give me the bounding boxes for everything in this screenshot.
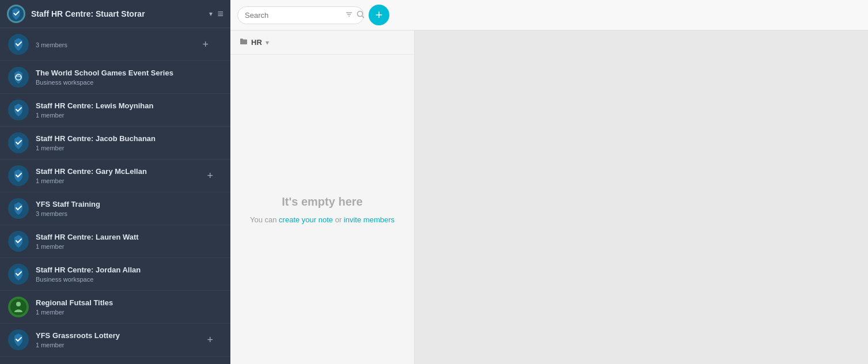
workspace-name: YFS Staff Training [36, 200, 222, 210]
workspace-info: Staff HR Centre: Jacob Buchanan 1 member [36, 134, 222, 152]
workspace-member-count: 1 member [36, 112, 222, 119]
workspace-name: Staff HR Centre: Gary McLellan [36, 167, 222, 177]
sidebar-header-title: Staff HR Centre: Stuart Storar [31, 9, 207, 18]
workspace-type: Business workspace [36, 79, 222, 86]
workspace-member-count: 1 member [36, 342, 222, 348]
search-icon[interactable] [357, 10, 365, 20]
workspace-member-count: 1 member [36, 145, 222, 151]
workspace-name: The World School Games Event Series [36, 69, 222, 78]
list-item[interactable]: Staff HR Centre: Gary McLellan 1 member … [0, 160, 230, 192]
avatar [7, 5, 25, 23]
avatar [8, 198, 29, 219]
folder-header[interactable]: HR ▾ [230, 31, 414, 55]
add-section-button[interactable]: + [207, 170, 213, 182]
search-box [237, 6, 364, 24]
add-section-bottom-button[interactable]: + [207, 334, 213, 346]
workspace-member-count: 1 member [36, 309, 222, 316]
workspace-list: 3 members + The World School Games Event… [0, 28, 230, 364]
chevron-down-icon: ▾ [266, 39, 269, 47]
sidebar-header[interactable]: Staff HR Centre: Stuart Storar ▾ ≡ [0, 0, 230, 28]
list-item[interactable]: Staff HR Centre: Lewis Moynihan 1 member [0, 94, 230, 127]
avatar [8, 297, 29, 317]
top-bar: + [230, 0, 868, 31]
workspace-info: The World School Games Event Series Busi… [36, 69, 222, 86]
menu-icon[interactable]: ≡ [217, 8, 223, 20]
avatar [8, 165, 29, 186]
workspace-member-count: 3 members [36, 210, 222, 217]
sidebar: Staff HR Centre: Stuart Storar ▾ ≡ 3 mem… [0, 0, 230, 364]
panel: HR ▾ It's empty here You can create your… [230, 31, 868, 364]
avatar [8, 231, 29, 252]
avatar [8, 132, 29, 153]
workspace-name: Staff HR Centre: Jacob Buchanan [36, 134, 222, 144]
empty-state-title: It's empty here [282, 195, 362, 208]
workspace-type: Business workspace [36, 276, 222, 283]
workspace-info: Staff HR Centre: Lewis Moynihan 1 member [36, 101, 222, 119]
chevron-down-icon: ▾ [209, 10, 213, 18]
svg-point-10 [10, 299, 26, 315]
list-item[interactable]: Staff HR Centre: Jordan Allan Business w… [0, 258, 230, 291]
list-item[interactable]: YFS Staff Training 3 members [0, 192, 230, 225]
search-input[interactable] [245, 11, 342, 20]
workspace-member-count: 3 members [36, 41, 222, 48]
workspace-info: Staff HR Centre: Gary McLellan 1 member [36, 167, 222, 185]
workspace-name: Staff HR Centre: Jordan Allan [36, 266, 222, 275]
empty-state-description: You can create your note or invite membe… [250, 215, 395, 224]
list-item[interactable]: 3 members + [0, 28, 230, 61]
workspace-name: Staff HR Centre: Lewis Moynihan [36, 101, 222, 111]
svg-line-17 [362, 16, 364, 17]
invite-members-link[interactable]: invite members [344, 215, 395, 224]
workspace-info: Staff HR Centre: Lauren Watt 1 member [36, 233, 222, 251]
avatar [8, 67, 29, 88]
workspace-member-count: 1 member [36, 243, 222, 250]
avatar [8, 329, 29, 350]
workspace-info: YFS Staff Training 3 members [36, 200, 222, 218]
workspace-name: Regional Futsal Titles [36, 298, 222, 308]
list-item[interactable]: Staff HR Centre: Lauren Watt 1 member [0, 225, 230, 258]
empty-desc-prefix: You can [250, 215, 279, 224]
avatar [8, 34, 29, 55]
folder-icon [240, 37, 248, 47]
avatar [8, 264, 29, 285]
add-note-button[interactable]: + [369, 5, 389, 25]
list-item[interactable]: YFS Grassroots Lottery 1 member + [0, 324, 230, 357]
create-note-link[interactable]: create your note [279, 215, 333, 224]
folder-name: HR [251, 38, 262, 47]
workspace-name: Staff HR Centre: Lauren Watt [36, 233, 222, 242]
workspace-name: YFS Grassroots Lottery [36, 331, 222, 341]
workspace-info: 3 members [36, 40, 222, 48]
right-panel [415, 31, 868, 364]
list-item[interactable]: Regional Futsal Titles 1 member [0, 291, 230, 324]
avatar [8, 100, 29, 120]
filter-icon[interactable] [345, 10, 353, 20]
workspace-member-count: 1 member [36, 177, 222, 184]
left-panel: HR ▾ It's empty here You can create your… [230, 31, 415, 364]
list-item[interactable]: The World School Games Event Series Busi… [0, 61, 230, 94]
add-workspace-button[interactable]: + [198, 36, 213, 53]
workspace-info: YFS Grassroots Lottery 1 member [36, 331, 222, 349]
workspace-info: Regional Futsal Titles 1 member [36, 298, 222, 316]
empty-state: It's empty here You can create your note… [230, 55, 414, 364]
list-item[interactable]: Staff HR Centre: Jacob Buchanan 1 member [0, 127, 230, 160]
workspace-info: Staff HR Centre: Jordan Allan Business w… [36, 266, 222, 283]
empty-desc-middle: or [333, 215, 344, 224]
main-content: + HR ▾ It's empty here You can create yo… [230, 0, 868, 364]
svg-point-11 [16, 302, 21, 306]
